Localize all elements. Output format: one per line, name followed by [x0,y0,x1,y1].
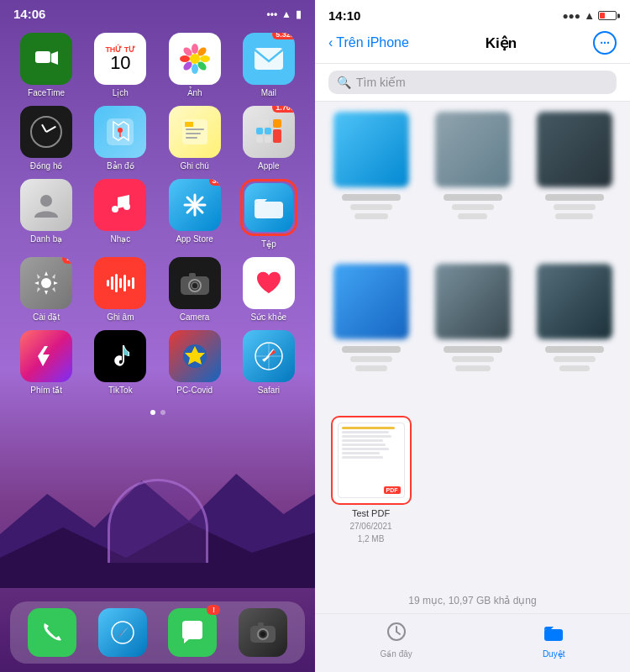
app-music[interactable]: Nhạc [87,179,153,249]
app-shortcuts[interactable]: Phím tắt [13,330,79,395]
file-thumb-5 [435,264,511,339]
dock-camera[interactable] [239,608,287,657]
files-label: Tệp [261,239,276,249]
time-right: 14:10 [328,8,360,23]
svg-rect-16 [186,133,201,134]
tab-browse-label: Duyệt [543,649,565,659]
file-item-2[interactable] [427,112,518,254]
svg-point-9 [180,55,190,62]
file-name-blur-5 [444,346,502,353]
dock: ! [10,601,305,664]
tab-recent[interactable]: Gần đây [381,621,412,659]
notes-label: Ghi chú [180,161,208,171]
dot-1 [150,410,155,415]
app-clock[interactable]: Đồng hồ [13,106,79,171]
app-camera[interactable]: Camera [162,257,228,322]
file-item-6[interactable] [528,264,620,406]
file-item-3[interactable] [528,112,620,254]
svg-rect-24 [273,129,281,143]
tiktok-icon [94,330,146,382]
camera-label: Camera [180,312,210,322]
file-item-4[interactable] [325,264,417,406]
battery-right-icon [598,11,617,20]
bottom-info-text: 19 mục, 10,97 GB khả dụng [408,595,536,606]
pdf-date: 27/06/2021 [349,522,391,531]
tab-recent-icon [386,621,407,648]
app-apple[interactable]: 1.709 Apple [236,106,302,171]
app-grid: FaceTime THỨ TƯ 10 Lịch [0,24,315,403]
app-settings[interactable]: 4 Cài đặt [13,257,79,322]
photos-icon [169,33,221,85]
status-icons-left: ••• ▲ ▮ [267,8,302,20]
svg-point-36 [192,282,198,289]
facetime-icon [20,33,72,85]
file-name-blur-4 [342,346,401,353]
page-dots [0,410,315,415]
file-item-1[interactable] [325,112,417,254]
file-thumb-2 [435,112,511,187]
app-notes[interactable]: Ghi chú [162,106,228,171]
pccovid-label: PC-Covid [176,386,213,395]
app-health[interactable]: Sức khỏe [236,257,302,322]
dock-phone[interactable] [28,608,76,657]
app-recorder[interactable]: Ghi âm [87,257,153,322]
file-thumb-4 [333,264,409,339]
file-item-pdf[interactable]: PDF Test PDF 27/06/2021 1,2 MB [325,416,417,578]
file-extra-blur-2 [458,213,487,219]
app-maps[interactable]: Bản đồ [87,106,153,171]
appstore-badge: 33 [209,179,221,186]
svg-rect-50 [258,622,264,627]
svg-point-25 [40,195,52,207]
svg-point-3 [192,44,198,54]
apple-badge: 1.709 [272,106,295,113]
back-button[interactable]: ‹ Trên iPhone [328,35,409,50]
svg-point-49 [260,632,265,637]
svg-rect-0 [35,51,50,63]
recorder-icon [94,257,146,309]
file-item-5[interactable] [427,264,518,406]
app-pccovid[interactable]: PC-Covid [162,330,228,395]
file-name-blur-6 [545,346,604,353]
app-mail[interactable]: 5.325 Mail [236,33,302,97]
svg-rect-22 [265,136,271,143]
file-size-blur-4 [350,356,392,362]
mail-badge: 5.325 [272,33,295,39]
svg-point-33 [41,278,51,288]
svg-marker-1 [51,51,58,65]
dock-messages[interactable]: ! [168,608,217,657]
health-icon [243,257,295,309]
apple-label: Apple [258,161,280,171]
pdf-thumb: PDF [338,423,405,498]
more-button[interactable]: ··· [593,31,617,55]
app-files[interactable]: Tệp [236,179,302,249]
app-safari[interactable]: Safari [236,330,302,395]
wifi-right-icon: ▲ [584,9,595,22]
contacts-label: Danh bạ [30,234,62,244]
svg-point-13 [118,128,123,133]
app-photos[interactable]: Ảnh [162,33,228,97]
mail-label: Mail [261,88,276,97]
app-contacts[interactable]: Danh bạ [13,179,79,249]
music-icon [94,179,146,231]
arch-decoration [108,479,208,563]
calendar-label: Lịch [113,88,129,97]
pccovid-icon [169,330,221,382]
search-input-wrap[interactable]: 🔍 Tìm kiếm [328,71,617,94]
pdf-size: 1,2 MB [358,534,385,543]
app-tiktok[interactable]: TikTok [87,330,153,395]
file-extra-blur-1 [354,213,388,219]
settings-label: Cài đặt [33,312,60,322]
app-calendar[interactable]: THỨ TƯ 10 Lịch [87,33,153,97]
nav-title: Kiện [486,34,517,52]
pdf-name: Test PDF [352,508,390,518]
dock-safari[interactable] [98,608,147,657]
svg-rect-37 [189,273,196,277]
back-chevron-icon: ‹ [328,35,333,50]
recorder-label: Ghi âm [107,312,134,322]
app-appstore[interactable]: 33 App Store [162,179,228,249]
search-icon: 🔍 [337,76,351,89]
tab-browse[interactable]: Duyệt [543,621,565,659]
contacts-icon [20,179,72,231]
app-facetime[interactable]: FaceTime [13,33,79,97]
apple-icon: 1.709 [243,106,295,158]
